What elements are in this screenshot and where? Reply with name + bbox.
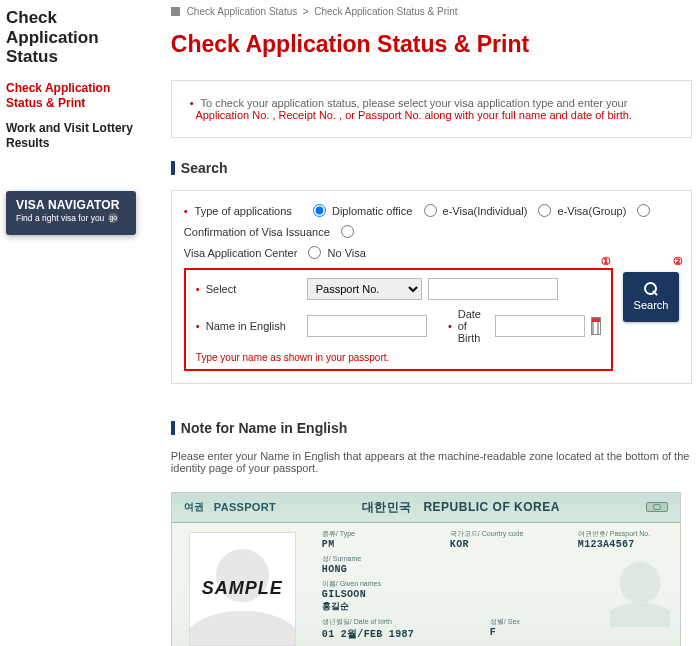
radio-evisa-group[interactable] [538,204,551,217]
opt-diplomatic: Diplomatic office [332,205,413,217]
name-label: Name in English [206,320,301,332]
highlight-box-1: ① ② • Select Passport No. • Name in Engl… [184,268,613,371]
search-icon [644,282,658,296]
promo-subtitle: Find a right visa for you [16,213,104,223]
marker-2: ② [673,255,683,268]
radio-no-visa[interactable] [308,246,321,259]
breadcrumb-b: Check Application Status & Print [314,6,457,17]
sidebar-title: Check Application Status [6,8,149,67]
pp-kr-label: 여권 [184,500,204,514]
pp-country-kr: 대한민국 [362,500,412,514]
passport-photo: SAMPLE [190,533,295,645]
opt-novisa: No Visa [328,247,366,259]
pp-en-label: PASSPORT [214,501,276,513]
opt-vac: Visa Application Center [184,247,298,259]
section-heading-search: Search [181,160,228,176]
page-title: Check Application Status & Print [171,31,692,58]
sidebar-link-lottery[interactable]: Work and Visit Lottery Results [6,121,149,151]
breadcrumb-a: Check Application Status [187,6,298,17]
notice-line1: To check your application status, please… [201,97,628,109]
go-icon: go [108,213,118,223]
pp-country-en: REPUBLIC OF KOREA [423,500,560,514]
opt-confirm: Confirmation of Visa Issuance [184,226,330,238]
note-text: Please enter your Name in English that a… [171,450,692,474]
section-heading-note: Note for Name in English [181,420,347,436]
radio-vac[interactable] [341,225,354,238]
name-hint: Type your name as shown in your passport… [196,352,601,363]
calendar-icon[interactable] [591,317,601,335]
doc-number-input[interactable] [428,278,558,300]
name-english-input[interactable] [307,315,427,337]
type-of-app-label: Type of applications [195,205,292,217]
sample-watermark: SAMPLE [202,578,283,599]
visa-navigator-promo[interactable]: VISA NAVIGATOR Find a right visa for you… [6,191,136,235]
notice-box: • To check your application status, plea… [171,80,692,138]
promo-title: VISA NAVIGATOR [16,198,126,212]
select-doc-type[interactable]: Passport No. [307,278,422,300]
search-panel: • Type of applications Diplomatic office… [171,190,692,384]
home-icon [171,7,180,16]
notice-line2: Application No. , Receipt No. , or Passp… [195,109,632,121]
section-bar-icon [171,421,175,435]
marker-1: ① [601,255,611,268]
dob-label: Date of Birth [458,308,489,344]
section-bar-icon [171,161,175,175]
radio-confirmation[interactable] [637,204,650,217]
chip-icon [646,502,668,512]
search-button[interactable]: Search [623,272,679,322]
select-label: Select [206,283,301,295]
passport-sample: 여권 PASSPORT 대한민국 REPUBLIC OF KOREA SAMPL… [171,492,681,646]
search-button-label: Search [634,299,669,311]
radio-evisa-individual[interactable] [424,204,437,217]
sidebar-link-status-print[interactable]: Check Application Status & Print [6,81,149,111]
opt-evisa-grp: e-Visa(Group) [557,205,626,217]
breadcrumb: Check Application Status > Check Applica… [171,6,692,17]
radio-diplomatic[interactable] [313,204,326,217]
dob-input[interactable] [495,315,585,337]
opt-evisa-ind: e-Visa(Individual) [443,205,528,217]
